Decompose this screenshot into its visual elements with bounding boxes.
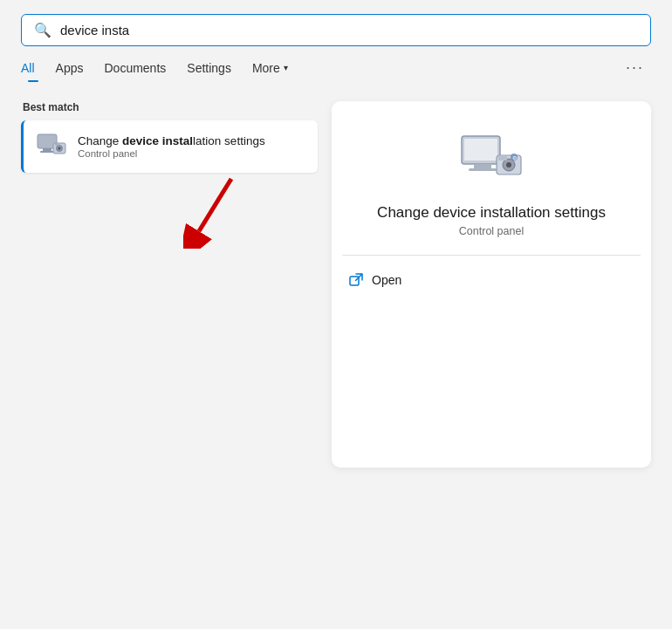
best-match-item[interactable]: Change device installation settings Cont… xyxy=(21,120,318,173)
svg-point-6 xyxy=(58,147,61,150)
search-bar: 🔍 xyxy=(21,14,651,46)
tab-documents[interactable]: Documents xyxy=(93,56,176,80)
device-icon-large: ⚙ xyxy=(460,133,523,188)
svg-point-15 xyxy=(506,162,511,168)
best-match-label: Best match xyxy=(21,101,318,113)
right-panel: ⚙ Change device installation settings Co… xyxy=(332,101,651,468)
result-icon xyxy=(36,131,67,162)
right-panel-title: Change device installation settings xyxy=(377,204,606,222)
tab-settings[interactable]: Settings xyxy=(176,56,242,80)
svg-rect-16 xyxy=(498,155,507,161)
svg-rect-2 xyxy=(40,151,54,153)
tab-all[interactable]: All xyxy=(21,56,45,80)
right-panel-actions: Open xyxy=(332,256,651,304)
chevron-down-icon: ▾ xyxy=(284,63,288,72)
svg-rect-12 xyxy=(469,168,497,171)
search-bar-wrapper: 🔍 xyxy=(0,0,672,46)
result-subtitle: Control panel xyxy=(78,148,265,159)
tabs-row: All Apps Documents Settings More ▾ ··· xyxy=(0,46,672,80)
svg-rect-10 xyxy=(464,139,497,161)
open-action[interactable]: Open xyxy=(349,268,634,292)
svg-rect-1 xyxy=(43,148,51,151)
search-icon: 🔍 xyxy=(34,22,51,38)
svg-rect-5 xyxy=(55,143,59,146)
result-text: Change device installation settings Cont… xyxy=(78,134,265,159)
search-container: 🔍 All Apps Documents Settings More ▾ ···… xyxy=(0,0,672,629)
svg-text:⚙: ⚙ xyxy=(512,155,517,161)
left-panel: Best match xyxy=(21,101,318,468)
device-settings-icon xyxy=(36,131,67,162)
open-label: Open xyxy=(372,273,401,287)
tab-apps[interactable]: Apps xyxy=(45,56,94,80)
tab-more[interactable]: More ▾ xyxy=(242,56,298,80)
search-input[interactable] xyxy=(60,23,638,38)
open-external-icon xyxy=(349,273,363,287)
right-panel-top: ⚙ Change device installation settings Co… xyxy=(332,101,651,255)
result-title: Change device installation settings xyxy=(78,134,265,147)
main-content: Best match xyxy=(0,87,672,482)
svg-rect-11 xyxy=(474,164,491,168)
more-options-button[interactable]: ··· xyxy=(619,55,651,80)
right-panel-subtitle: Control panel xyxy=(459,225,524,237)
